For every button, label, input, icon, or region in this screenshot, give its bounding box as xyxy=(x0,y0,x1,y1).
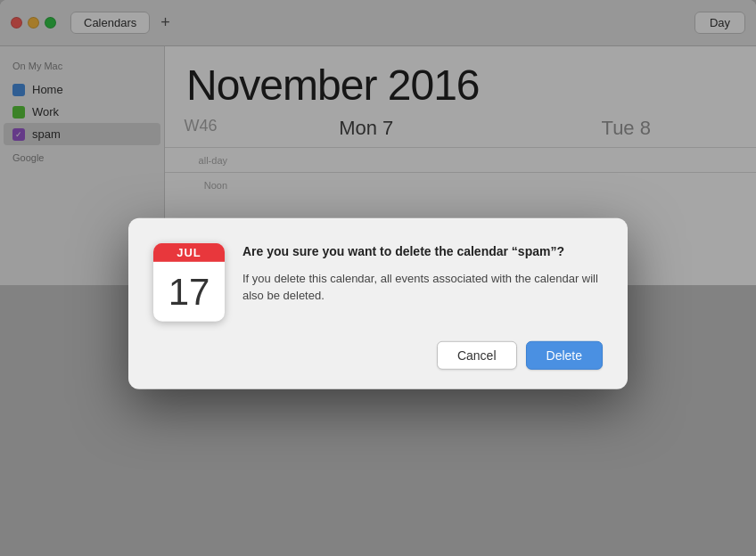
dialog-text: Are you sure you want to delete the cale… xyxy=(242,243,603,322)
dialog-body: If you delete this calendar, all events … xyxy=(242,269,603,304)
dialog-content: JUL 17 Are you sure you want to delete t… xyxy=(153,243,603,322)
cancel-button[interactable]: Cancel xyxy=(437,341,517,370)
delete-button[interactable]: Delete xyxy=(526,341,603,370)
delete-calendar-dialog: JUL 17 Are you sure you want to delete t… xyxy=(128,218,628,389)
dialog-title: Are you sure you want to delete the cale… xyxy=(242,243,603,261)
dialog-buttons: Cancel Delete xyxy=(153,341,603,370)
cal-icon-month: JUL xyxy=(153,243,225,262)
calendar-icon: JUL 17 xyxy=(153,243,225,322)
cal-icon-day: 17 xyxy=(153,262,225,322)
